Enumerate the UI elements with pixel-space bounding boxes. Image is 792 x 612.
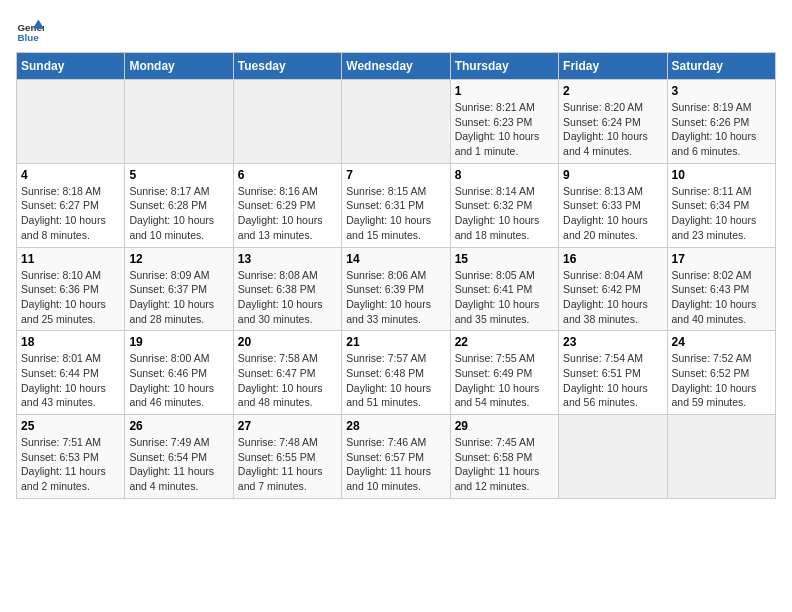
calendar-week-row: 25Sunrise: 7:51 AM Sunset: 6:53 PM Dayli… [17, 415, 776, 499]
calendar-cell: 22Sunrise: 7:55 AM Sunset: 6:49 PM Dayli… [450, 331, 558, 415]
day-number: 26 [129, 419, 228, 433]
day-info: Sunrise: 8:00 AM Sunset: 6:46 PM Dayligh… [129, 351, 228, 410]
calendar-cell: 12Sunrise: 8:09 AM Sunset: 6:37 PM Dayli… [125, 247, 233, 331]
calendar-week-row: 1Sunrise: 8:21 AM Sunset: 6:23 PM Daylig… [17, 80, 776, 164]
day-info: Sunrise: 8:16 AM Sunset: 6:29 PM Dayligh… [238, 184, 337, 243]
calendar-cell: 11Sunrise: 8:10 AM Sunset: 6:36 PM Dayli… [17, 247, 125, 331]
column-header-tuesday: Tuesday [233, 53, 341, 80]
day-number: 29 [455, 419, 554, 433]
svg-text:Blue: Blue [17, 32, 39, 43]
day-info: Sunrise: 8:21 AM Sunset: 6:23 PM Dayligh… [455, 100, 554, 159]
day-info: Sunrise: 8:04 AM Sunset: 6:42 PM Dayligh… [563, 268, 662, 327]
day-number: 20 [238, 335, 337, 349]
day-info: Sunrise: 8:19 AM Sunset: 6:26 PM Dayligh… [672, 100, 771, 159]
logo: General Blue [16, 16, 44, 44]
calendar-cell: 3Sunrise: 8:19 AM Sunset: 6:26 PM Daylig… [667, 80, 775, 164]
calendar-cell [125, 80, 233, 164]
column-header-monday: Monday [125, 53, 233, 80]
calendar-cell: 6Sunrise: 8:16 AM Sunset: 6:29 PM Daylig… [233, 163, 341, 247]
day-info: Sunrise: 8:17 AM Sunset: 6:28 PM Dayligh… [129, 184, 228, 243]
calendar-cell: 17Sunrise: 8:02 AM Sunset: 6:43 PM Dayli… [667, 247, 775, 331]
day-info: Sunrise: 8:05 AM Sunset: 6:41 PM Dayligh… [455, 268, 554, 327]
day-info: Sunrise: 8:14 AM Sunset: 6:32 PM Dayligh… [455, 184, 554, 243]
day-info: Sunrise: 8:02 AM Sunset: 6:43 PM Dayligh… [672, 268, 771, 327]
calendar-cell: 4Sunrise: 8:18 AM Sunset: 6:27 PM Daylig… [17, 163, 125, 247]
calendar-cell: 29Sunrise: 7:45 AM Sunset: 6:58 PM Dayli… [450, 415, 558, 499]
day-info: Sunrise: 8:15 AM Sunset: 6:31 PM Dayligh… [346, 184, 445, 243]
calendar-cell: 15Sunrise: 8:05 AM Sunset: 6:41 PM Dayli… [450, 247, 558, 331]
day-number: 23 [563, 335, 662, 349]
day-number: 5 [129, 168, 228, 182]
day-number: 15 [455, 252, 554, 266]
day-info: Sunrise: 8:18 AM Sunset: 6:27 PM Dayligh… [21, 184, 120, 243]
logo-icon: General Blue [16, 16, 44, 44]
day-number: 14 [346, 252, 445, 266]
calendar-cell: 7Sunrise: 8:15 AM Sunset: 6:31 PM Daylig… [342, 163, 450, 247]
calendar-table: SundayMondayTuesdayWednesdayThursdayFrid… [16, 52, 776, 499]
calendar-cell: 5Sunrise: 8:17 AM Sunset: 6:28 PM Daylig… [125, 163, 233, 247]
day-info: Sunrise: 8:20 AM Sunset: 6:24 PM Dayligh… [563, 100, 662, 159]
day-info: Sunrise: 8:11 AM Sunset: 6:34 PM Dayligh… [672, 184, 771, 243]
day-number: 9 [563, 168, 662, 182]
day-number: 22 [455, 335, 554, 349]
calendar-cell: 1Sunrise: 8:21 AM Sunset: 6:23 PM Daylig… [450, 80, 558, 164]
calendar-cell: 13Sunrise: 8:08 AM Sunset: 6:38 PM Dayli… [233, 247, 341, 331]
calendar-cell: 27Sunrise: 7:48 AM Sunset: 6:55 PM Dayli… [233, 415, 341, 499]
calendar-week-row: 18Sunrise: 8:01 AM Sunset: 6:44 PM Dayli… [17, 331, 776, 415]
calendar-cell: 18Sunrise: 8:01 AM Sunset: 6:44 PM Dayli… [17, 331, 125, 415]
calendar-cell: 28Sunrise: 7:46 AM Sunset: 6:57 PM Dayli… [342, 415, 450, 499]
day-number: 21 [346, 335, 445, 349]
calendar-cell [17, 80, 125, 164]
day-info: Sunrise: 8:10 AM Sunset: 6:36 PM Dayligh… [21, 268, 120, 327]
calendar-cell [233, 80, 341, 164]
column-header-sunday: Sunday [17, 53, 125, 80]
calendar-cell: 10Sunrise: 8:11 AM Sunset: 6:34 PM Dayli… [667, 163, 775, 247]
day-number: 1 [455, 84, 554, 98]
calendar-cell: 2Sunrise: 8:20 AM Sunset: 6:24 PM Daylig… [559, 80, 667, 164]
calendar-cell [342, 80, 450, 164]
day-number: 7 [346, 168, 445, 182]
day-number: 24 [672, 335, 771, 349]
calendar-cell: 9Sunrise: 8:13 AM Sunset: 6:33 PM Daylig… [559, 163, 667, 247]
day-number: 27 [238, 419, 337, 433]
day-info: Sunrise: 8:01 AM Sunset: 6:44 PM Dayligh… [21, 351, 120, 410]
day-info: Sunrise: 7:57 AM Sunset: 6:48 PM Dayligh… [346, 351, 445, 410]
day-info: Sunrise: 7:49 AM Sunset: 6:54 PM Dayligh… [129, 435, 228, 494]
day-number: 28 [346, 419, 445, 433]
page-header: General Blue [16, 16, 776, 44]
day-info: Sunrise: 7:55 AM Sunset: 6:49 PM Dayligh… [455, 351, 554, 410]
day-info: Sunrise: 7:48 AM Sunset: 6:55 PM Dayligh… [238, 435, 337, 494]
column-header-saturday: Saturday [667, 53, 775, 80]
day-number: 2 [563, 84, 662, 98]
day-info: Sunrise: 8:13 AM Sunset: 6:33 PM Dayligh… [563, 184, 662, 243]
column-header-thursday: Thursday [450, 53, 558, 80]
calendar-cell: 25Sunrise: 7:51 AM Sunset: 6:53 PM Dayli… [17, 415, 125, 499]
calendar-cell: 24Sunrise: 7:52 AM Sunset: 6:52 PM Dayli… [667, 331, 775, 415]
calendar-cell: 14Sunrise: 8:06 AM Sunset: 6:39 PM Dayli… [342, 247, 450, 331]
day-number: 10 [672, 168, 771, 182]
day-number: 11 [21, 252, 120, 266]
day-number: 12 [129, 252, 228, 266]
day-info: Sunrise: 8:08 AM Sunset: 6:38 PM Dayligh… [238, 268, 337, 327]
calendar-header-row: SundayMondayTuesdayWednesdayThursdayFrid… [17, 53, 776, 80]
calendar-week-row: 4Sunrise: 8:18 AM Sunset: 6:27 PM Daylig… [17, 163, 776, 247]
day-info: Sunrise: 7:52 AM Sunset: 6:52 PM Dayligh… [672, 351, 771, 410]
day-number: 16 [563, 252, 662, 266]
column-header-friday: Friday [559, 53, 667, 80]
day-info: Sunrise: 7:46 AM Sunset: 6:57 PM Dayligh… [346, 435, 445, 494]
day-info: Sunrise: 7:54 AM Sunset: 6:51 PM Dayligh… [563, 351, 662, 410]
day-info: Sunrise: 7:45 AM Sunset: 6:58 PM Dayligh… [455, 435, 554, 494]
day-number: 19 [129, 335, 228, 349]
day-number: 18 [21, 335, 120, 349]
calendar-cell: 20Sunrise: 7:58 AM Sunset: 6:47 PM Dayli… [233, 331, 341, 415]
calendar-cell: 23Sunrise: 7:54 AM Sunset: 6:51 PM Dayli… [559, 331, 667, 415]
day-info: Sunrise: 7:51 AM Sunset: 6:53 PM Dayligh… [21, 435, 120, 494]
day-number: 6 [238, 168, 337, 182]
calendar-cell [667, 415, 775, 499]
day-number: 4 [21, 168, 120, 182]
calendar-cell: 21Sunrise: 7:57 AM Sunset: 6:48 PM Dayli… [342, 331, 450, 415]
day-info: Sunrise: 8:09 AM Sunset: 6:37 PM Dayligh… [129, 268, 228, 327]
day-number: 3 [672, 84, 771, 98]
day-number: 13 [238, 252, 337, 266]
day-number: 25 [21, 419, 120, 433]
